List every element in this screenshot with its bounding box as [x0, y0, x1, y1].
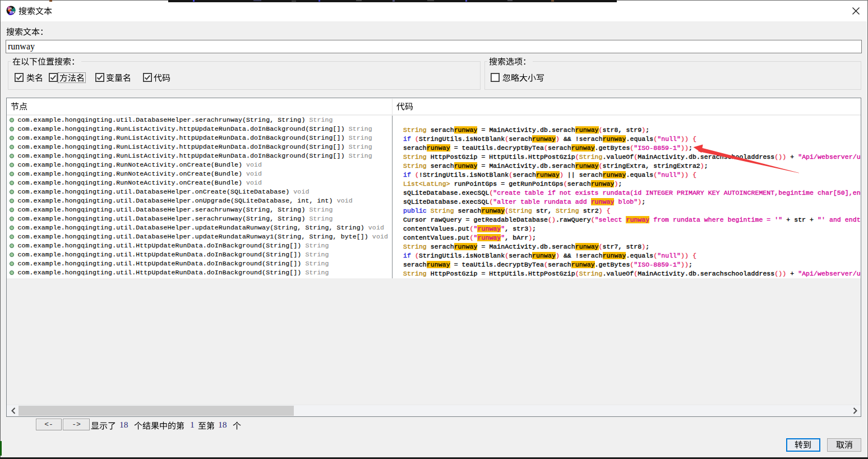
svg-text:JA: JA: [8, 6, 12, 10]
svg-text:DX: DX: [10, 10, 15, 14]
